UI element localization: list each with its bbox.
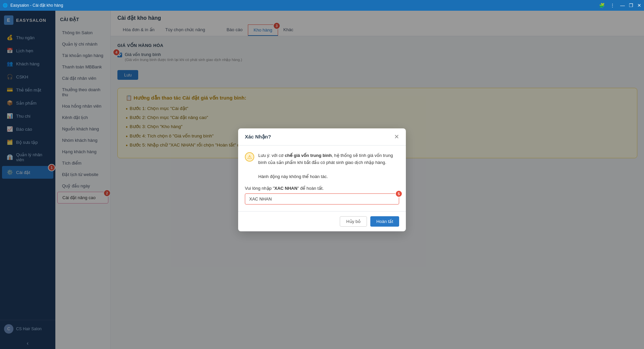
modal-title: Xác Nhận? xyxy=(245,134,271,140)
modal-warning: ⚠ Lưu ý: với cơ chế giá vốn trung bình, … xyxy=(245,152,399,180)
cancel-button[interactable]: Hủy bỏ xyxy=(340,216,367,227)
confirm-button[interactable]: Hoàn tất xyxy=(370,216,399,227)
window-controls: — ❐ ✕ xyxy=(620,3,641,8)
warning-icon: ⚠ xyxy=(245,152,254,162)
close-button[interactable]: ✕ xyxy=(637,3,641,8)
modal-close-button[interactable]: ✕ xyxy=(394,133,399,140)
extensions-icon[interactable]: 🧩 xyxy=(599,3,605,8)
modal-header: Xác Nhận? ✕ xyxy=(238,128,406,146)
modal-input-label: Vui lòng nhập "XAC NHAN" để hoàn tất. xyxy=(245,186,399,191)
confirmation-modal: Xác Nhận? ✕ ⚠ Lưu ý: với cơ chế giá vốn … xyxy=(238,128,406,231)
modal-body: ⚠ Lưu ý: với cơ chế giá vốn trung bình, … xyxy=(238,146,406,211)
modal-warning-text: Lưu ý: với cơ chế giá vốn trung bình, hệ… xyxy=(258,152,399,180)
restore-button[interactable]: ❐ xyxy=(629,3,633,8)
titlebar: 🌐 Easysalon - Cài đặt kho hàng 🧩 ⋮ — ❐ ✕ xyxy=(0,0,644,11)
app-icon: 🌐 xyxy=(3,3,8,8)
xac-nhan-input[interactable] xyxy=(245,193,399,205)
annotation-badge-5: 5 xyxy=(395,190,402,197)
app-title: Easysalon - Cài đặt kho hàng xyxy=(10,3,63,8)
modal-overlay: Xác Nhận? ✕ ⚠ Lưu ý: với cơ chế giá vốn … xyxy=(0,11,644,349)
menu-icon[interactable]: ⋮ xyxy=(610,3,615,8)
modal-footer: Hủy bỏ Hoàn tất xyxy=(238,211,406,231)
titlebar-left: 🌐 Easysalon - Cài đặt kho hàng xyxy=(3,3,63,8)
minimize-button[interactable]: — xyxy=(620,3,625,8)
titlebar-right: 🧩 ⋮ — ❐ ✕ xyxy=(599,3,641,8)
